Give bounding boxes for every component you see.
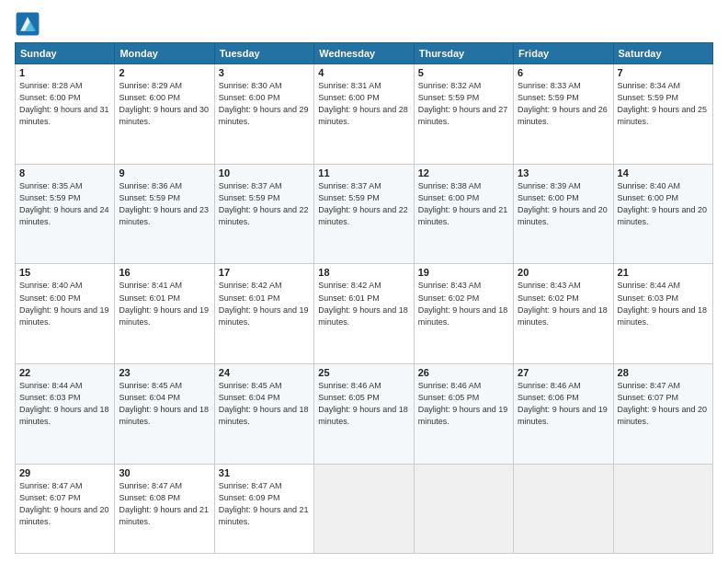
calendar-cell: 18 Sunrise: 8:42 AM Sunset: 6:01 PM Dayl… [314, 264, 414, 364]
calendar-cell: 21 Sunrise: 8:44 AM Sunset: 6:03 PM Dayl… [613, 264, 712, 364]
calendar-cell: 8 Sunrise: 8:35 AM Sunset: 5:59 PM Dayli… [16, 164, 115, 264]
calendar-cell: 12 Sunrise: 8:38 AM Sunset: 6:00 PM Dayl… [414, 164, 513, 264]
day-info: Sunrise: 8:40 AM Sunset: 6:00 PM Dayligh… [618, 180, 709, 228]
calendar-cell: 13 Sunrise: 8:39 AM Sunset: 6:00 PM Dayl… [514, 164, 613, 264]
day-number: 23 [119, 367, 210, 378]
day-number: 20 [518, 267, 609, 278]
calendar-cell: 3 Sunrise: 8:30 AM Sunset: 6:00 PM Dayli… [214, 64, 313, 165]
day-number: 31 [219, 467, 310, 478]
day-number: 3 [219, 67, 310, 78]
day-number: 7 [618, 67, 709, 78]
day-info: Sunrise: 8:37 AM Sunset: 5:59 PM Dayligh… [219, 180, 310, 228]
day-info: Sunrise: 8:42 AM Sunset: 6:01 PM Dayligh… [318, 280, 409, 327]
day-number: 9 [119, 167, 210, 178]
day-info: Sunrise: 8:42 AM Sunset: 6:01 PM Dayligh… [219, 280, 310, 327]
day-number: 5 [418, 67, 509, 78]
calendar-cell: 25 Sunrise: 8:46 AM Sunset: 6:05 PM Dayl… [314, 364, 414, 465]
day-info: Sunrise: 8:33 AM Sunset: 5:59 PM Dayligh… [518, 80, 609, 128]
weekday-header-sunday: Sunday [16, 43, 115, 64]
day-number: 26 [418, 367, 509, 378]
calendar-cell: 24 Sunrise: 8:45 AM Sunset: 6:04 PM Dayl… [214, 364, 313, 465]
day-info: Sunrise: 8:36 AM Sunset: 5:59 PM Dayligh… [119, 180, 210, 228]
weekday-header-thursday: Thursday [414, 43, 513, 64]
day-info: Sunrise: 8:29 AM Sunset: 6:00 PM Dayligh… [119, 80, 210, 128]
logo-icon [15, 11, 40, 37]
logo [15, 11, 44, 37]
calendar-cell: 26 Sunrise: 8:46 AM Sunset: 6:05 PM Dayl… [414, 364, 513, 465]
day-info: Sunrise: 8:45 AM Sunset: 6:04 PM Dayligh… [219, 380, 310, 428]
calendar-cell: 27 Sunrise: 8:46 AM Sunset: 6:06 PM Dayl… [514, 364, 613, 465]
day-info: Sunrise: 8:47 AM Sunset: 6:09 PM Dayligh… [219, 480, 310, 528]
day-info: Sunrise: 8:44 AM Sunset: 6:03 PM Dayligh… [19, 380, 110, 428]
day-number: 29 [19, 467, 110, 478]
day-info: Sunrise: 8:35 AM Sunset: 5:59 PM Dayligh… [19, 180, 110, 228]
page: SundayMondayTuesdayWednesdayThursdayFrid… [0, 0, 728, 563]
day-number: 28 [618, 367, 709, 378]
weekday-header-friday: Friday [514, 43, 613, 64]
calendar-cell: 14 Sunrise: 8:40 AM Sunset: 6:00 PM Dayl… [613, 164, 712, 264]
calendar-cell: 6 Sunrise: 8:33 AM Sunset: 5:59 PM Dayli… [514, 64, 613, 165]
calendar-cell: 4 Sunrise: 8:31 AM Sunset: 6:00 PM Dayli… [314, 64, 414, 165]
day-info: Sunrise: 8:34 AM Sunset: 5:59 PM Dayligh… [618, 80, 709, 128]
day-number: 14 [618, 167, 709, 178]
day-info: Sunrise: 8:40 AM Sunset: 6:00 PM Dayligh… [19, 280, 110, 327]
day-number: 24 [219, 367, 310, 378]
day-number: 27 [518, 367, 609, 378]
day-info: Sunrise: 8:46 AM Sunset: 6:05 PM Dayligh… [418, 380, 509, 428]
weekday-header-monday: Monday [115, 43, 214, 64]
day-number: 18 [318, 267, 409, 278]
day-info: Sunrise: 8:37 AM Sunset: 5:59 PM Dayligh… [318, 180, 409, 228]
weekday-header-row: SundayMondayTuesdayWednesdayThursdayFrid… [16, 43, 713, 64]
calendar-cell: 2 Sunrise: 8:29 AM Sunset: 6:00 PM Dayli… [115, 64, 214, 165]
day-number: 12 [418, 167, 509, 178]
day-number: 30 [119, 467, 210, 478]
day-number: 6 [518, 67, 609, 78]
day-number: 11 [318, 167, 409, 178]
day-info: Sunrise: 8:45 AM Sunset: 6:04 PM Dayligh… [119, 380, 210, 428]
calendar-cell: 20 Sunrise: 8:43 AM Sunset: 6:02 PM Dayl… [514, 264, 613, 364]
day-info: Sunrise: 8:31 AM Sunset: 6:00 PM Dayligh… [318, 80, 409, 128]
calendar-cell: 31 Sunrise: 8:47 AM Sunset: 6:09 PM Dayl… [214, 464, 313, 553]
calendar-table: SundayMondayTuesdayWednesdayThursdayFrid… [15, 42, 713, 554]
weekday-header-wednesday: Wednesday [314, 43, 414, 64]
day-number: 17 [219, 267, 310, 278]
day-number: 15 [19, 267, 110, 278]
calendar-cell: 15 Sunrise: 8:40 AM Sunset: 6:00 PM Dayl… [16, 264, 115, 364]
calendar-cell: 1 Sunrise: 8:28 AM Sunset: 6:00 PM Dayli… [16, 64, 115, 165]
calendar-cell: 7 Sunrise: 8:34 AM Sunset: 5:59 PM Dayli… [613, 64, 712, 165]
day-info: Sunrise: 8:47 AM Sunset: 6:08 PM Dayligh… [119, 480, 210, 528]
day-info: Sunrise: 8:46 AM Sunset: 6:06 PM Dayligh… [518, 380, 609, 428]
day-info: Sunrise: 8:39 AM Sunset: 6:00 PM Dayligh… [518, 180, 609, 228]
day-number: 21 [618, 267, 709, 278]
calendar-cell: 10 Sunrise: 8:37 AM Sunset: 5:59 PM Dayl… [214, 164, 313, 264]
weekday-header-saturday: Saturday [613, 43, 712, 64]
day-number: 1 [19, 67, 110, 78]
day-number: 8 [19, 167, 110, 178]
day-info: Sunrise: 8:46 AM Sunset: 6:05 PM Dayligh… [318, 380, 409, 428]
calendar-cell [314, 464, 414, 553]
day-info: Sunrise: 8:43 AM Sunset: 6:02 PM Dayligh… [518, 280, 609, 327]
weekday-header-tuesday: Tuesday [214, 43, 313, 64]
calendar-cell: 17 Sunrise: 8:42 AM Sunset: 6:01 PM Dayl… [214, 264, 313, 364]
day-number: 13 [518, 167, 609, 178]
calendar-cell: 28 Sunrise: 8:47 AM Sunset: 6:07 PM Dayl… [613, 364, 712, 465]
calendar-cell: 30 Sunrise: 8:47 AM Sunset: 6:08 PM Dayl… [115, 464, 214, 553]
calendar-cell: 11 Sunrise: 8:37 AM Sunset: 5:59 PM Dayl… [314, 164, 414, 264]
calendar-cell: 5 Sunrise: 8:32 AM Sunset: 5:59 PM Dayli… [414, 64, 513, 165]
calendar-cell: 23 Sunrise: 8:45 AM Sunset: 6:04 PM Dayl… [115, 364, 214, 465]
day-info: Sunrise: 8:43 AM Sunset: 6:02 PM Dayligh… [418, 280, 509, 327]
day-info: Sunrise: 8:44 AM Sunset: 6:03 PM Dayligh… [618, 280, 709, 327]
calendar-cell [613, 464, 712, 553]
day-info: Sunrise: 8:47 AM Sunset: 6:07 PM Dayligh… [618, 380, 709, 428]
calendar-cell: 19 Sunrise: 8:43 AM Sunset: 6:02 PM Dayl… [414, 264, 513, 364]
header [15, 11, 713, 37]
day-number: 4 [318, 67, 409, 78]
calendar-cell [514, 464, 613, 553]
calendar-cell: 29 Sunrise: 8:47 AM Sunset: 6:07 PM Dayl… [16, 464, 115, 553]
day-number: 19 [418, 267, 509, 278]
day-number: 10 [219, 167, 310, 178]
day-info: Sunrise: 8:30 AM Sunset: 6:00 PM Dayligh… [219, 80, 310, 128]
day-info: Sunrise: 8:38 AM Sunset: 6:00 PM Dayligh… [418, 180, 509, 228]
day-info: Sunrise: 8:47 AM Sunset: 6:07 PM Dayligh… [19, 480, 110, 528]
calendar-cell: 9 Sunrise: 8:36 AM Sunset: 5:59 PM Dayli… [115, 164, 214, 264]
